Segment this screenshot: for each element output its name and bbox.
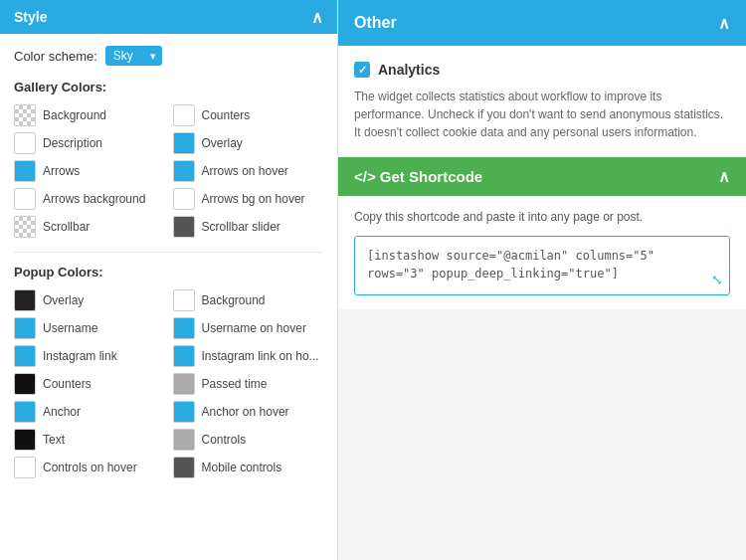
other-header: Other ∧ bbox=[338, 0, 746, 46]
popup-controls-item: Controls bbox=[173, 429, 324, 451]
popup-overlay-item: Overlay bbox=[14, 289, 165, 311]
popup-mobile-controls-swatch[interactable] bbox=[173, 457, 195, 478]
popup-controls-hover-swatch[interactable] bbox=[14, 457, 36, 478]
popup-counters-swatch[interactable] bbox=[14, 373, 36, 395]
style-collapse-icon[interactable]: ∧ bbox=[311, 8, 323, 27]
gallery-scrollbar-slider-item: Scrollbar slider bbox=[173, 216, 324, 238]
gallery-colors-title: Gallery Colors: bbox=[14, 80, 323, 94]
popup-anchor-hover-item: Anchor on hover bbox=[173, 401, 324, 423]
popup-overlay-label: Overlay bbox=[43, 293, 84, 307]
gallery-description-swatch[interactable] bbox=[14, 132, 36, 154]
shortcode-collapse-icon[interactable]: ∧ bbox=[718, 167, 730, 186]
shortcode-section: </> Get Shortcode ∧ Copy this shortcode … bbox=[338, 157, 746, 309]
popup-username-swatch[interactable] bbox=[14, 317, 36, 339]
gallery-arrows-bg-swatch[interactable] bbox=[14, 188, 36, 210]
gallery-scrollbar-slider-label: Scrollbar slider bbox=[202, 220, 280, 234]
popup-passed-time-swatch[interactable] bbox=[173, 373, 195, 395]
popup-instagram-link-hover-swatch[interactable] bbox=[173, 345, 195, 367]
gallery-counters-swatch[interactable] bbox=[173, 104, 195, 126]
color-scheme-row: Color scheme: Sky Dark Light bbox=[14, 46, 323, 66]
style-panel-header: Style ∧ bbox=[0, 0, 337, 34]
gallery-arrows-item: Arrows bbox=[14, 160, 165, 182]
shortcode-header: </> Get Shortcode ∧ bbox=[338, 157, 746, 196]
color-scheme-label: Color scheme: bbox=[14, 49, 97, 64]
popup-background-swatch[interactable] bbox=[173, 289, 195, 311]
popup-overlay-swatch[interactable] bbox=[14, 289, 36, 311]
popup-background-item: Background bbox=[173, 289, 324, 311]
gallery-colors-grid: Background Counters Description Overlay … bbox=[14, 104, 323, 238]
popup-background-label: Background bbox=[202, 293, 266, 307]
gallery-overlay-label: Overlay bbox=[202, 136, 243, 150]
style-panel-body: Color scheme: Sky Dark Light Gallery Col… bbox=[0, 34, 337, 560]
gallery-arrows-bg-item: Arrows background bbox=[14, 188, 165, 210]
popup-controls-hover-label: Controls on hover bbox=[43, 461, 137, 474]
shortcode-code-box[interactable]: [instashow source="@acmilan" columns="5"… bbox=[354, 236, 730, 295]
popup-colors-title: Popup Colors: bbox=[14, 265, 323, 280]
gallery-counters-label: Counters bbox=[202, 108, 251, 122]
popup-username-hover-swatch[interactable] bbox=[173, 317, 195, 339]
popup-anchor-item: Anchor bbox=[14, 401, 165, 423]
shortcode-body: Copy this shortcode and paste it into an… bbox=[338, 196, 746, 309]
popup-text-swatch[interactable] bbox=[14, 429, 36, 451]
popup-username-label: Username bbox=[43, 321, 97, 335]
color-scheme-select[interactable]: Sky Dark Light bbox=[105, 46, 162, 66]
gallery-description-label: Description bbox=[43, 136, 102, 150]
gallery-arrows-hover-label: Arrows on hover bbox=[202, 164, 288, 178]
gallery-scrollbar-slider-swatch[interactable] bbox=[173, 216, 195, 238]
gallery-arrows-swatch[interactable] bbox=[14, 160, 36, 182]
analytics-section: Analytics The widget collects statistics… bbox=[338, 46, 746, 157]
shortcode-description: Copy this shortcode and paste it into an… bbox=[354, 210, 730, 224]
gallery-arrows-bg-hover-label: Arrows bg on hover bbox=[202, 192, 305, 206]
popup-instagram-link-swatch[interactable] bbox=[14, 345, 36, 367]
right-panel: Other ∧ Analytics The widget collects st… bbox=[338, 0, 746, 560]
popup-instagram-link-hover-label: Instagram link on ho... bbox=[202, 349, 319, 363]
popup-anchor-swatch[interactable] bbox=[14, 401, 36, 423]
popup-counters-label: Counters bbox=[43, 377, 92, 391]
popup-colors-grid: Overlay Background Username Username on … bbox=[14, 289, 323, 478]
gallery-background-item: Background bbox=[14, 104, 165, 126]
gallery-scrollbar-label: Scrollbar bbox=[43, 220, 90, 234]
popup-controls-label: Controls bbox=[202, 433, 247, 447]
popup-instagram-link-label: Instagram link bbox=[43, 349, 117, 363]
analytics-description: The widget collects statistics about wor… bbox=[354, 88, 730, 141]
popup-counters-item: Counters bbox=[14, 373, 165, 395]
gallery-arrows-hover-swatch[interactable] bbox=[173, 160, 195, 182]
gallery-scrollbar-item: Scrollbar bbox=[14, 216, 165, 238]
gallery-arrows-bg-label: Arrows background bbox=[43, 192, 145, 206]
gallery-arrows-bg-hover-item: Arrows bg on hover bbox=[173, 188, 324, 210]
gallery-background-swatch[interactable] bbox=[14, 104, 36, 126]
popup-anchor-hover-swatch[interactable] bbox=[173, 401, 195, 423]
gallery-overlay-item: Overlay bbox=[173, 132, 324, 154]
popup-passed-time-item: Passed time bbox=[173, 373, 324, 395]
gallery-background-label: Background bbox=[43, 108, 106, 122]
analytics-row: Analytics bbox=[354, 62, 730, 78]
popup-instagram-link-item: Instagram link bbox=[14, 345, 165, 367]
popup-controls-swatch[interactable] bbox=[173, 429, 195, 451]
popup-instagram-link-hover-item: Instagram link on ho... bbox=[173, 345, 324, 367]
style-title: Style bbox=[14, 9, 47, 25]
popup-anchor-label: Anchor bbox=[43, 405, 81, 419]
divider bbox=[14, 252, 323, 253]
analytics-checkbox[interactable] bbox=[354, 62, 370, 78]
gallery-counters-item: Counters bbox=[173, 104, 324, 126]
gallery-arrows-bg-hover-swatch[interactable] bbox=[173, 188, 195, 210]
popup-username-hover-label: Username on hover bbox=[202, 321, 306, 335]
other-collapse-icon[interactable]: ∧ bbox=[718, 14, 730, 33]
popup-text-item: Text bbox=[14, 429, 165, 451]
popup-username-hover-item: Username on hover bbox=[173, 317, 324, 339]
color-scheme-select-wrapper: Sky Dark Light bbox=[105, 46, 162, 66]
popup-mobile-controls-label: Mobile controls bbox=[202, 461, 282, 474]
popup-mobile-controls-item: Mobile controls bbox=[173, 457, 324, 478]
gallery-arrows-hover-item: Arrows on hover bbox=[173, 160, 324, 182]
gallery-scrollbar-swatch[interactable] bbox=[14, 216, 36, 238]
popup-username-item: Username bbox=[14, 317, 165, 339]
gallery-arrows-label: Arrows bbox=[43, 164, 80, 178]
gallery-description-item: Description bbox=[14, 132, 165, 154]
analytics-label: Analytics bbox=[378, 62, 440, 78]
popup-passed-time-label: Passed time bbox=[202, 377, 268, 391]
popup-controls-hover-item: Controls on hover bbox=[14, 457, 165, 478]
left-panel: Style ∧ Color scheme: Sky Dark Light Gal… bbox=[0, 0, 338, 560]
gallery-overlay-swatch[interactable] bbox=[173, 132, 195, 154]
other-title: Other bbox=[354, 14, 397, 32]
shortcode-title: </> Get Shortcode bbox=[354, 168, 482, 185]
